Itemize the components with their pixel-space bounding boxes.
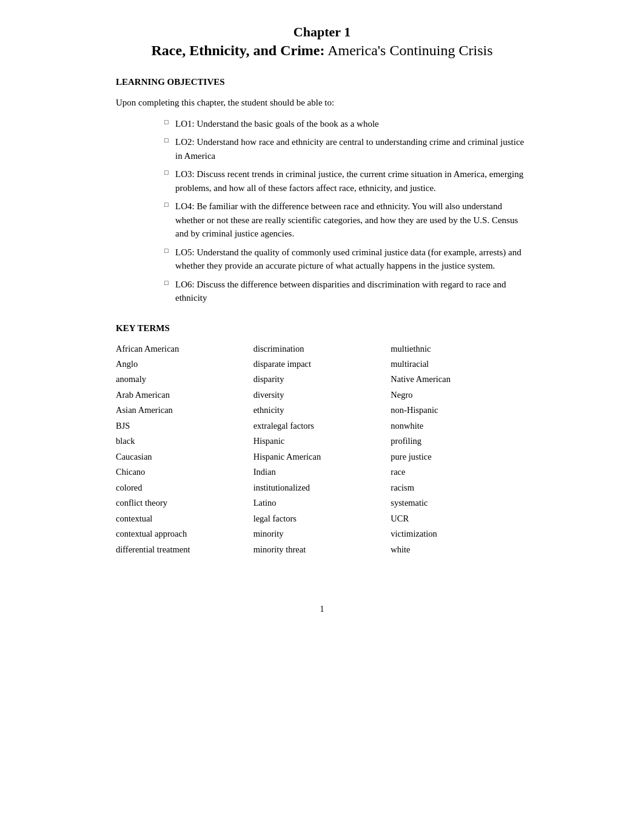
term-item: nonwhite (391, 419, 528, 432)
key-terms-section: KEY TERMS African AmericanAngloanomalyAr… (116, 323, 528, 557)
term-item: contextual (116, 512, 253, 525)
term-item: African American (116, 342, 253, 355)
term-item: minority threat (253, 543, 391, 556)
term-item: differential treatment (116, 543, 253, 556)
term-item: Caucasian (116, 450, 253, 463)
term-item: contextual approach (116, 527, 253, 540)
term-item: ethnicity (253, 403, 391, 417)
term-item: discrimination (253, 342, 391, 355)
term-item: profiling (391, 434, 528, 448)
page: Chapter 1 Race, Ethnicity, and Crime: Am… (116, 24, 528, 614)
objectives-list: LO1: Understand the basic goals of the b… (116, 117, 528, 305)
term-item: diversity (253, 388, 391, 401)
term-item: disparity (253, 372, 391, 386)
list-item: LO6: Discuss the difference between disp… (164, 278, 528, 305)
list-item: LO2: Understand how race and ethnicity a… (164, 135, 528, 163)
term-item: Latino (253, 496, 391, 509)
term-item: Indian (253, 465, 391, 478)
term-item: UCR (391, 512, 528, 525)
term-item: Native American (391, 372, 528, 386)
term-item: Hispanic (253, 434, 391, 448)
list-item: LO3: Discuss recent trends in criminal j… (164, 167, 528, 195)
key-terms-title: KEY TERMS (116, 323, 528, 334)
term-item: conflict theory (116, 496, 253, 509)
chapter-title: Chapter 1 (116, 24, 528, 40)
term-item: race (391, 465, 528, 478)
term-item: pure justice (391, 450, 528, 463)
term-item: racism (391, 481, 528, 494)
key-terms-col-3: multiethnicmultiracialNative AmericanNeg… (391, 342, 528, 557)
term-item: colored (116, 481, 253, 494)
term-item: Negro (391, 388, 528, 401)
key-terms-col-2: discriminationdisparate impactdisparityd… (253, 342, 391, 557)
term-item: non-Hispanic (391, 403, 528, 417)
chapter-subtitle: Race, Ethnicity, and Crime: America's Co… (116, 42, 528, 59)
term-item: black (116, 434, 253, 448)
term-item: BJS (116, 419, 253, 432)
chapter-subtitle-normal: America's Continuing Crisis (325, 42, 493, 58)
term-item: institutionalized (253, 481, 391, 494)
term-item: Arab American (116, 388, 253, 401)
list-item: LO1: Understand the basic goals of the b… (164, 117, 528, 131)
term-item: Asian American (116, 403, 253, 417)
list-item: LO4: Be familiar with the difference bet… (164, 200, 528, 241)
page-number: 1 (116, 605, 528, 614)
term-item: Hispanic American (253, 450, 391, 463)
term-item: multiracial (391, 357, 528, 371)
learning-objectives-title: LEARNING OBJECTIVES (116, 77, 528, 87)
term-item: legal factors (253, 512, 391, 525)
term-item: extralegal factors (253, 419, 391, 432)
term-item: minority (253, 527, 391, 540)
term-item: Anglo (116, 357, 253, 371)
key-terms-col-1: African AmericanAngloanomalyArab America… (116, 342, 253, 557)
chapter-header: Chapter 1 Race, Ethnicity, and Crime: Am… (116, 24, 528, 59)
key-terms-grid: African AmericanAngloanomalyArab America… (116, 342, 528, 557)
learning-objectives-intro: Upon completing this chapter, the studen… (116, 96, 528, 110)
term-item: victimization (391, 527, 528, 540)
term-item: white (391, 543, 528, 556)
term-item: Chicano (116, 465, 253, 478)
term-item: multiethnic (391, 342, 528, 355)
term-item: systematic (391, 496, 528, 509)
list-item: LO5: Understand the quality of commonly … (164, 246, 528, 273)
term-item: disparate impact (253, 357, 391, 371)
chapter-subtitle-bold: Race, Ethnicity, and Crime: (152, 42, 325, 58)
learning-objectives-section: LEARNING OBJECTIVES Upon completing this… (116, 77, 528, 305)
term-item: anomaly (116, 372, 253, 386)
